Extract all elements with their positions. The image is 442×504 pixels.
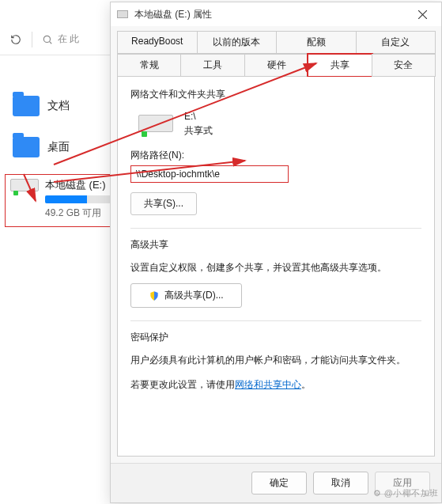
cancel-button[interactable]: 取消 <box>313 472 368 495</box>
password-desc-2b: 。 <box>301 379 311 390</box>
section-title-password: 密码保护 <box>130 331 421 344</box>
advanced-desc: 设置自定义权限，创建多个共享，并设置其他高级共享选项。 <box>130 260 421 275</box>
dialog-title: 本地磁盘 (E:) 属性 <box>134 8 212 21</box>
password-desc-2a: 若要更改此设置，请使用 <box>130 379 235 390</box>
dialog-titlebar: 本地磁盘 (E:) 属性 <box>111 2 441 26</box>
share-status: 共享式 <box>184 123 213 138</box>
tab-previous-versions[interactable]: 以前的版本 <box>197 31 278 54</box>
drive-free-space: 49.2 GB 可用 <box>45 207 118 220</box>
share-drive-letter: E:\ <box>184 109 213 123</box>
search-input[interactable]: 在 此 <box>37 32 122 46</box>
watermark: ⚙ @小椰不加班 <box>373 487 439 499</box>
dialog-content: 网络文件和文件夹共享 E:\ 共享式 网络路径(N): \\Desktop-io… <box>117 77 435 457</box>
sidebar-item-label: 文档 <box>47 99 70 113</box>
network-path-label: 网络路径(N): <box>130 149 421 162</box>
tab-hardware[interactable]: 硬件 <box>244 54 308 77</box>
svg-point-0 <box>43 36 50 42</box>
folder-icon <box>13 96 40 116</box>
search-icon <box>42 34 53 45</box>
folder-icon <box>13 137 40 157</box>
share-button[interactable]: 共享(S)... <box>130 192 197 215</box>
explorer-window: 在 此 文档 桌面 本地磁盘 (E:) 49.2 GB 可用 <box>0 0 127 504</box>
password-desc-1: 用户必须具有此计算机的用户帐户和密码，才能访问共享文件夹。 <box>130 352 421 368</box>
tab-security[interactable]: 安全 <box>372 54 436 77</box>
search-placeholder: 在 此 <box>58 32 79 46</box>
drive-icon <box>117 10 128 18</box>
refresh-icon[interactable] <box>5 28 27 51</box>
properties-dialog: 本地磁盘 (E:) 属性 ReadyBoost 以前的版本 配额 自定义 常规 … <box>110 2 442 503</box>
sidebar-item-desktop[interactable]: 桌面 <box>5 127 122 168</box>
drive-label: 本地磁盘 (E:) <box>45 178 106 192</box>
tab-sharing[interactable]: 共享 <box>308 54 372 77</box>
drive-icon <box>138 115 173 132</box>
tab-customize[interactable]: 自定义 <box>356 31 436 54</box>
tabs-container: ReadyBoost 以前的版本 配额 自定义 常规 工具 硬件 共享 安全 <box>111 26 441 77</box>
sidebar-item-documents[interactable]: 文档 <box>5 85 122 127</box>
section-title-advanced: 高级共享 <box>130 238 421 252</box>
section-title-network-share: 网络文件和文件夹共享 <box>130 88 421 101</box>
explorer-toolbar: 在 此 <box>0 24 127 55</box>
sidebar-item-label: 桌面 <box>47 140 70 154</box>
advanced-sharing-button[interactable]: 高级共享(D)... <box>130 283 242 308</box>
svg-line-1 <box>50 41 52 44</box>
shield-icon <box>149 290 160 301</box>
tab-general[interactable]: 常规 <box>117 54 181 77</box>
network-path-value[interactable]: \\Desktop-iochmtk\e <box>130 165 289 183</box>
tab-readyboost[interactable]: ReadyBoost <box>117 31 198 54</box>
tab-quota[interactable]: 配额 <box>276 31 357 54</box>
drive-icon <box>10 179 39 191</box>
network-center-link[interactable]: 网络和共享中心 <box>235 379 301 390</box>
advanced-sharing-label: 高级共享(D)... <box>164 289 224 302</box>
close-button[interactable] <box>408 6 436 23</box>
sidebar-item-drive-e[interactable]: 本地磁盘 (E:) 49.2 GB 可用 <box>5 174 122 227</box>
explorer-sidebar: 文档 桌面 本地磁盘 (E:) 49.2 GB 可用 <box>0 55 127 233</box>
ok-button[interactable]: 确定 <box>251 472 307 495</box>
drive-usage-bar <box>45 195 113 203</box>
tab-tools[interactable]: 工具 <box>180 54 244 77</box>
